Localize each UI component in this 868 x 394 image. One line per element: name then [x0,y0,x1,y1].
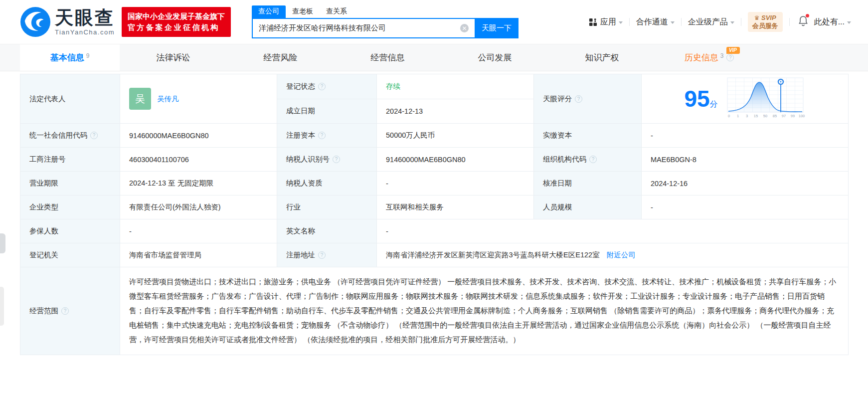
svg-text:15: 15 [753,114,757,118]
help-icon[interactable]: ? [318,132,326,139]
est-date-label-cell: 成立日期 [277,99,377,124]
search-tab-relation[interactable]: 查关系 [320,5,353,18]
brand-name: 天眼查 [55,8,115,27]
nav-user-label: 此处有... [814,17,845,27]
tab-history[interactable]: VIP 历史信息 3 ? [656,44,763,71]
table-row: 经营范围 ? 许可经营项目货物进出口；技术进出口；旅游业务；供电业务 （许可经营… [20,267,849,355]
insured-count-label: 参保人数 [29,227,58,235]
org-code-label: 组织机构代码 [543,155,586,164]
search-tabs: 查公司 查老板 查关系 [252,5,519,18]
nav-divider [789,18,790,26]
svg-text:1: 1 [736,114,738,118]
clear-search-icon[interactable]: ✕ [460,24,469,32]
tianyancha-logo-icon [20,6,51,37]
reg-status-label: 登记状态 [286,82,315,91]
tab-development[interactable]: 公司发展 [441,44,548,71]
legal-rep-name-link[interactable]: 吴传凡 [157,94,179,104]
avatar[interactable]: 吴 [129,88,151,110]
nav-cooperation[interactable]: 合作通道 [636,17,675,27]
help-icon[interactable]: ? [90,132,98,139]
help-icon[interactable]: ? [318,83,326,90]
side-panel-handle[interactable] [0,287,4,326]
business-term-label: 营业期限 [29,179,58,187]
svip-sublabel: 会员服务 [752,22,778,30]
tianyancha-logo[interactable]: 天眼查 TianYanCha.com [20,6,115,37]
reg-status-value-cell: 存续 [377,74,534,99]
english-name-value: - [386,227,388,235]
taxpayer-id-label: 纳税人识别号 [286,155,330,164]
business-scope-label: 经营范围 [29,306,58,316]
company-info-table: 法定代表人 吴 吴传凡 登记状态 ? 存续 天眼评分 ? [20,74,849,355]
nav-cooperation-label: 合作通道 [636,17,668,27]
reg-status-label-cell: 登记状态 ? [277,74,377,99]
help-icon[interactable]: ? [575,95,582,103]
staff-size-label: 人员规模 [543,203,572,211]
svg-text:100: 100 [798,114,805,118]
company-type-value: 有限责任公司(外国法人独资) [129,203,221,211]
tab-risk[interactable]: 经营风险 [227,44,334,71]
help-icon[interactable]: ? [333,156,340,163]
credit-code-value: 91460000MAE6B0GN80 [129,132,209,140]
search-tab-boss[interactable]: 查老板 [286,5,320,18]
nav-apps[interactable]: 应用 [589,17,623,27]
english-name-label: 英文名称 [286,227,315,235]
reg-capital-value: 50000万人民币 [386,131,435,139]
svip-membership-badge[interactable]: ♛ SVIP 会员服务 [748,12,783,32]
tab-ip-label: 知识产权 [585,52,619,63]
apps-grid-icon [589,18,597,26]
table-row: 企业类型 有限责任公司(外国法人独资) 行业 互联网和相关服务 人员规模 - [20,196,849,219]
table-row: 营业期限 2024-12-13 至 无固定期限 纳税人资质 - 核准日期 202… [20,172,849,196]
tab-legal[interactable]: 法律诉讼 [120,44,227,71]
credit-code-label: 统一社会信用代码 [29,131,87,140]
tab-basic-info-count: 9 [86,52,90,59]
tab-history-label: 历史信息 [685,52,718,63]
status-badge: 存续 [386,82,400,90]
taxpayer-quality-label: 纳税人资质 [286,179,323,187]
paid-capital-value: - [651,132,653,140]
svg-text:85: 85 [772,114,776,118]
brand-domain: TianYanCha.com [55,29,115,35]
score-number: 95分 [684,87,717,110]
industry-value: 互联网和相关服务 [386,203,444,211]
search-input[interactable] [253,24,460,32]
tab-legal-label: 法律诉讼 [157,52,190,63]
legal-rep-label: 法定代表人 [29,95,66,103]
tab-basic-info[interactable]: 基本信息 9 [20,44,120,71]
gov-badge-line2: 官方备案企业征信机构 [128,22,225,33]
side-panel-handle[interactable] [0,233,5,253]
chart-axis-ticks: 0 1 3 15 50 85 97 99 100 [727,114,804,118]
help-icon[interactable]: ? [589,156,597,163]
svg-text:50: 50 [763,114,767,118]
approval-date-value: 2024-12-16 [651,180,688,188]
help-icon[interactable]: ? [61,307,69,315]
paid-capital-label: 实缴资本 [543,131,572,139]
legal-rep-label-cell: 法定代表人 [20,74,120,124]
tab-intellectual-property[interactable]: 知识产权 [548,44,656,71]
est-date-value: 2024-12-13 [386,107,423,115]
help-icon[interactable]: ? [726,54,734,61]
taxpayer-id-value: 91460000MAE6B0GN80 [386,156,466,164]
nav-user-menu[interactable]: 此处有... [814,17,851,27]
reg-authority-value: 海南省市场监督管理局 [129,251,201,259]
notifications-bell[interactable] [798,15,808,28]
industry-label: 行业 [286,203,301,211]
chevron-down-icon [619,21,623,24]
nearby-companies-link[interactable]: 附近公司 [607,251,636,259]
nav-enterprise-products[interactable]: 企业级产品 [688,17,734,27]
tab-operation[interactable]: 经营信息 [334,44,441,71]
search-tab-company[interactable]: 查公司 [252,5,286,18]
table-row: 工商注册号 460300401100706 纳税人识别号 ? 91460000M… [20,148,849,172]
tab-risk-label: 经营风险 [264,52,298,63]
help-icon[interactable]: ? [318,251,326,259]
nav-divider [741,18,741,26]
crown-icon: ♛ [754,14,760,21]
taxpayer-quality-value: - [386,180,388,188]
staff-size-value: - [651,203,653,211]
gov-badge-line1: 国家中小企业发展子基金旗下 [128,11,225,22]
table-row: 登记机关 海南省市场监督管理局 注册地址 ? 海南省洋浦经济开发区新英湾区迎宾路… [20,243,849,267]
reg-address-label: 注册地址 [286,250,315,260]
gov-certification-badge: 国家中小企业发展子基金旗下 官方备案企业征信机构 [122,7,231,37]
org-code-value: MAE6B0GN-8 [651,156,696,164]
approval-date-label: 核准日期 [543,179,572,187]
search-button[interactable]: 天眼一下 [475,18,519,38]
